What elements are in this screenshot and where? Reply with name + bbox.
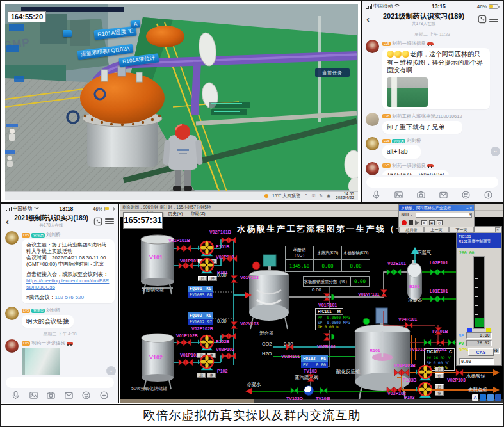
green-valve[interactable] xyxy=(291,387,298,394)
tab-catalog[interactable]: 总目录 xyxy=(399,227,424,233)
red-valve[interactable] xyxy=(177,339,191,346)
call-icon[interactable] xyxy=(478,15,487,24)
message-bubble[interactable]: 卸了重下就有了兄弟 xyxy=(382,121,462,134)
start-button[interactable]: 启 xyxy=(435,384,444,389)
fq102-totalizer[interactable]: FQ102KG PV1612.97 xyxy=(188,312,213,325)
plus-icon[interactable] xyxy=(484,190,493,200)
back-button[interactable]: ‹ xyxy=(366,15,370,23)
tank-v102[interactable] xyxy=(142,334,174,389)
pump[interactable] xyxy=(416,381,434,399)
mic-icon[interactable] xyxy=(371,190,381,200)
mail-icon[interactable] xyxy=(64,391,74,400)
call-icon[interactable] xyxy=(93,217,102,226)
smiley-icon[interactable] xyxy=(81,391,91,400)
system-tray-icons[interactable]: ⌃ ⚿ ✎ ◉ xyxy=(304,193,332,198)
pump[interactable] xyxy=(416,364,434,382)
back-button[interactable]: ‹ xyxy=(6,218,9,225)
cas-mode-button[interactable]: CAS xyxy=(468,348,494,356)
avatar[interactable] xyxy=(366,162,379,175)
tab-prev-page[interactable]: 上一页 xyxy=(424,227,449,233)
scroll-to-bottom-button[interactable]: ⌄ xyxy=(491,147,500,156)
scroll-to-bottom-button[interactable]: ⌄ xyxy=(106,366,116,376)
green-valve[interactable] xyxy=(387,269,401,275)
sim-viewport[interactable]: 164:55:20 R101A温度 ℃ A 流量累积表FQI102A R101A… xyxy=(5,4,358,200)
stop-button[interactable]: 停 xyxy=(435,391,444,396)
message-input[interactable] xyxy=(366,177,498,188)
pump[interactable] xyxy=(198,334,216,351)
start-button[interactable]: 启 xyxy=(435,367,444,372)
clock-button[interactable]: ◷ xyxy=(437,220,443,225)
snapshot-button[interactable]: ▣ xyxy=(429,220,435,225)
current-task-button[interactable]: 当前任务 xyxy=(315,68,350,77)
play-button[interactable] xyxy=(415,220,419,225)
close-icon[interactable]: × xyxy=(495,227,500,232)
op-marker[interactable] xyxy=(486,328,491,332)
level-bar[interactable] xyxy=(473,256,485,329)
menu-icon[interactable] xyxy=(489,15,498,24)
message-bubble[interactable]: alt+Tab xyxy=(382,145,421,159)
avatar[interactable] xyxy=(5,339,19,353)
record-button[interactable] xyxy=(402,220,407,225)
sp-value[interactable]: 0.00 xyxy=(466,332,492,339)
pump[interactable] xyxy=(198,353,216,371)
steam-trap-valve[interactable] xyxy=(304,385,314,396)
sp-marker[interactable] xyxy=(467,328,472,332)
pic101-controller[interactable]: PIC101M PV -0.0500 MPa SP -0.0500 MPa OP… xyxy=(315,308,343,330)
sim-3d-scene[interactable] xyxy=(5,4,358,198)
image-attachment[interactable] xyxy=(22,348,60,376)
tank-v101[interactable] xyxy=(141,235,174,294)
menu-icon[interactable] xyxy=(105,217,114,226)
message-bubble[interactable]: 老师，这个阿司匹林的只有三维模拟图，得分提示的那个界面没有啊 xyxy=(382,48,490,109)
camera-icon[interactable] xyxy=(46,391,56,400)
red-valve[interactable] xyxy=(223,255,237,262)
project-dropdown[interactable] xyxy=(416,213,473,218)
smiley-icon[interactable] xyxy=(461,190,471,200)
red-valve[interactable] xyxy=(435,328,441,335)
green-valve[interactable] xyxy=(430,296,444,302)
image-icon[interactable] xyxy=(29,391,38,400)
green-valve[interactable] xyxy=(424,339,431,346)
pump[interactable] xyxy=(198,239,216,257)
red-valve[interactable] xyxy=(231,322,237,329)
stop-button[interactable]: 停 xyxy=(207,373,216,378)
fq103-totalizer[interactable]: FQ103KG PV0.00 xyxy=(301,355,328,368)
mail-icon[interactable] xyxy=(439,190,448,200)
green-valve[interactable] xyxy=(448,339,455,346)
red-valve[interactable] xyxy=(323,294,335,301)
list-button[interactable]: ≡ xyxy=(421,220,427,225)
meeting-invite-bubble[interactable]: 会议主题：扬子江药业集团&沈阳药科大学线上实践活动 会议时间：2022/04/2… xyxy=(22,239,115,303)
stop-button[interactable]: 停 xyxy=(208,276,217,281)
red-valve[interactable] xyxy=(456,369,463,376)
setpoint-input[interactable]: 0.00 xyxy=(459,358,494,365)
red-valve[interactable] xyxy=(179,359,193,366)
avatar[interactable] xyxy=(5,231,19,245)
message-list[interactable]: LV5管理员刘剑桥 会议主题：扬子江药业集团&沈阳药科大学线上实践活动 会议时间… xyxy=(1,231,118,385)
red-valve[interactable] xyxy=(437,339,444,346)
image-icon[interactable] xyxy=(394,190,403,200)
image-attachment[interactable] xyxy=(387,77,428,107)
meeting-id-link[interactable]: 102-576-520 xyxy=(54,294,83,300)
plus-icon[interactable] xyxy=(99,391,109,400)
red-valve[interactable] xyxy=(286,344,293,350)
green-valve[interactable] xyxy=(430,269,444,275)
mixer-vessel[interactable] xyxy=(249,255,289,329)
tab-next-page[interactable]: 下一页 xyxy=(449,227,474,233)
bar-slider[interactable] xyxy=(475,318,484,327)
windows-taskbar[interactable]: 15℃ 大风预警 ⌃ ⚿ ✎ ◉ 14:552022/4/22 xyxy=(5,191,358,200)
start-button[interactable]: 启 xyxy=(197,373,206,378)
red-valve[interactable] xyxy=(177,245,191,252)
red-valve[interactable] xyxy=(179,262,193,269)
red-valve[interactable] xyxy=(222,353,236,359)
start-button[interactable]: 启 xyxy=(198,276,207,281)
red-valve[interactable] xyxy=(307,375,314,382)
condenser-e101[interactable] xyxy=(407,260,422,300)
red-valve[interactable] xyxy=(231,276,237,283)
ime-tray-icons[interactable]: A xyxy=(472,394,501,401)
avatar[interactable] xyxy=(366,137,379,150)
pause-button[interactable] xyxy=(409,220,413,225)
green-valve[interactable] xyxy=(320,387,327,394)
red-valve[interactable] xyxy=(380,290,387,297)
pump[interactable] xyxy=(198,257,216,275)
red-valve[interactable] xyxy=(405,322,412,328)
avatar[interactable] xyxy=(366,113,379,126)
